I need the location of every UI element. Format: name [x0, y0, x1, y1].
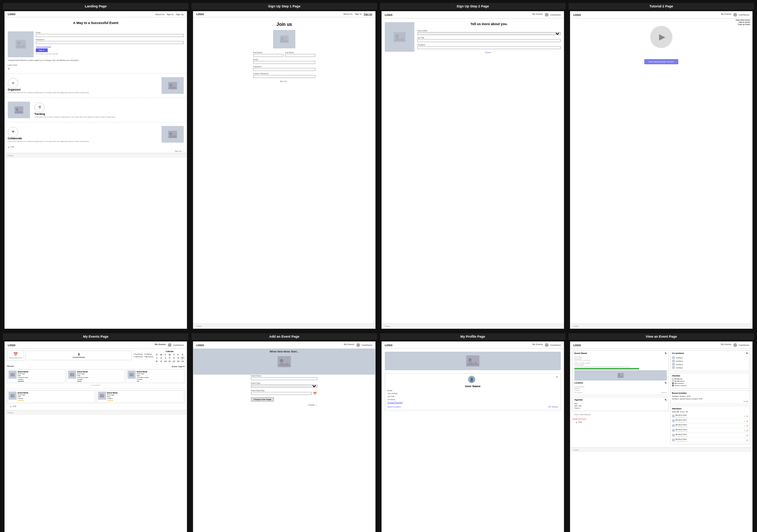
password-input[interactable]	[36, 41, 184, 44]
edit-location-icon[interactable]: ✎	[665, 382, 667, 385]
attendee-accept-1[interactable]: ✓	[744, 415, 746, 417]
landing-nav-links[interactable]: About Us Sign In Sign Up	[155, 13, 184, 16]
s2-nav-user[interactable]: UserName	[545, 13, 561, 17]
addevent-logo: LOGO	[196, 344, 204, 347]
check-3[interactable]	[672, 382, 674, 384]
check-4[interactable]	[672, 385, 674, 386]
attendee-accept-3[interactable]: ✓	[744, 424, 746, 427]
viewevent-logo: LOGO	[573, 344, 581, 347]
ae-eventtype-select[interactable]	[251, 385, 318, 388]
s1-nav-signup[interactable]: Sign Up	[364, 13, 372, 16]
ve-nav-user[interactable]: UserName	[733, 343, 749, 347]
jobtitle-field: Job Title	[417, 37, 561, 42]
profile-nav[interactable]: My Events UserName	[532, 343, 561, 347]
create-event-button[interactable]: 📅 Create a New Event	[7, 350, 24, 361]
lastname-input[interactable]	[285, 54, 315, 57]
jobtitle-input[interactable]	[417, 39, 561, 42]
myevents-top-button[interactable]: ▲ TOP	[7, 404, 184, 409]
signin-button[interactable]: Sign In	[36, 48, 48, 52]
signup2-submit[interactable]: Submit →	[417, 51, 561, 54]
yob-select[interactable]	[417, 32, 561, 35]
check-2[interactable]	[672, 380, 674, 382]
signup2-nav[interactable]: My Events UserName	[532, 13, 561, 17]
viewevent-content: Event Name ✎ Event Type Description (Sho…	[570, 349, 752, 447]
attendee-reject-5[interactable]: ✗	[746, 434, 748, 437]
play-button[interactable]: ▶	[650, 26, 672, 48]
attendee-accept-4[interactable]: ✓	[744, 429, 746, 432]
event-info-1: Event Name Event Type Date 1 week remain…	[18, 371, 28, 382]
nav-about[interactable]: About Us	[155, 13, 164, 16]
edit-agenda-icon[interactable]: ✎	[665, 399, 667, 402]
calendar-icon[interactable]: 📅	[312, 392, 318, 395]
ae-nav-myevents[interactable]: My Events	[344, 343, 354, 347]
event-type-filter[interactable]: Event Type ▾	[172, 365, 184, 368]
attendee-accept-2[interactable]: ✓	[744, 420, 746, 422]
addevent-nav[interactable]: My Events UserName	[344, 343, 372, 347]
s2-nav-myevents[interactable]: My Events	[532, 13, 543, 17]
edit-coworkers-icon[interactable]: ✎	[746, 352, 748, 355]
tutorial-nav[interactable]: My Events UserName	[721, 13, 749, 17]
signup1-nav[interactable]: About Us Sign In Sign Up	[343, 13, 372, 16]
firstname-input[interactable]	[253, 54, 284, 57]
calendar-mini: Calendar SMTWTFS 1234567 891011121314	[155, 350, 184, 363]
nav-signup[interactable]: Sign Up	[176, 13, 184, 16]
collaborate-title: Collaborate	[8, 137, 159, 140]
edit-profile-icon[interactable]: ✎	[556, 376, 558, 379]
s1-email-input[interactable]	[253, 61, 315, 64]
signup-link[interactable]: Sign Up	[53, 53, 58, 55]
attendee-3: Attendants Name Email@gmail.com ✓ ✗	[672, 423, 748, 428]
signup-cta[interactable]: Sign Up →	[175, 150, 184, 152]
saved-locations-link[interactable]: Saved Locations	[387, 406, 401, 408]
signup1-submit[interactable]: Sign Up →	[253, 80, 315, 82]
nav-signin[interactable]: Sign In	[167, 13, 174, 16]
attendee-reject-2[interactable]: ✗	[746, 420, 748, 422]
ae-eventname-input[interactable]	[251, 377, 318, 380]
s1-confirm-input[interactable]	[253, 75, 315, 78]
change-cover-button[interactable]: Change Cover Image	[251, 397, 274, 402]
start-planning-button[interactable]: Start planning My Events!	[644, 59, 678, 64]
edit-event-icon[interactable]: ✎	[665, 352, 667, 355]
forgot-password-link[interactable]: Forgot your password?	[36, 45, 184, 47]
my-vendors-link[interactable]: My Vendors	[549, 406, 558, 408]
viewevent-nav[interactable]: My Events UserName	[721, 343, 749, 347]
p-nav-user[interactable]: UserName	[545, 343, 561, 347]
attendee-reject-1[interactable]: ✗	[746, 415, 748, 417]
s1-nav-signin[interactable]: Sign In	[355, 13, 362, 16]
signup2-image	[385, 22, 414, 52]
addevent-create[interactable]: Create →	[251, 404, 318, 406]
profile-logo: LOGO	[385, 344, 393, 347]
attendee-avatar-4	[672, 429, 675, 432]
company-input[interactable]	[417, 46, 561, 49]
add-module-button[interactable]: + Add a New Module	[573, 413, 669, 416]
check-1[interactable]	[672, 378, 674, 380]
chevron-down-icon: ∨	[5, 67, 187, 72]
t-nav-myevents[interactable]: My Events	[721, 13, 731, 17]
viewevent-top-button[interactable]: ▲ TOP	[573, 420, 669, 424]
s1-password-input[interactable]	[253, 68, 315, 71]
menu-track-event[interactable]: Track an Event	[736, 23, 750, 25]
me-nav-myevents[interactable]: My Events	[155, 343, 166, 347]
svg-point-19	[11, 374, 12, 375]
ve-nav-myevents[interactable]: My Events	[721, 343, 731, 347]
p-nav-myevents[interactable]: My Events	[532, 343, 543, 347]
ae-nav-user[interactable]: UserName	[356, 343, 372, 347]
change-password-link[interactable]: Change Password	[387, 401, 558, 403]
top-button[interactable]: ▲ TOP	[5, 145, 187, 149]
t-nav-user[interactable]: UserName	[733, 13, 749, 17]
s1-nav-about[interactable]: About Us	[343, 13, 353, 16]
me-nav-user[interactable]: UserName	[168, 343, 184, 347]
myevents-nav[interactable]: My Events UserName	[155, 343, 184, 347]
see-all-link[interactable]: See All	[672, 400, 748, 402]
no-account-note: Do not have an account? Sign Up	[36, 53, 184, 55]
email-input[interactable]	[36, 34, 184, 37]
event-info-3: Event Name Event Type Date 12 weeks rema…	[137, 371, 149, 382]
ae-startdate-input[interactable]	[251, 392, 312, 395]
past-event-image-1	[9, 392, 17, 400]
name-fields-row: First Name Last Name	[253, 51, 315, 58]
attendee-reject-4[interactable]: ✗	[746, 429, 748, 432]
attendee-reject-6[interactable]: ✗	[746, 439, 748, 441]
attendee-reject-3[interactable]: ✗	[746, 424, 748, 427]
checklist-item-2: Add Attendants	[672, 380, 748, 382]
s1-password-label: Password	[253, 65, 315, 68]
delete-event-link[interactable]: Delete the Event	[573, 418, 586, 420]
